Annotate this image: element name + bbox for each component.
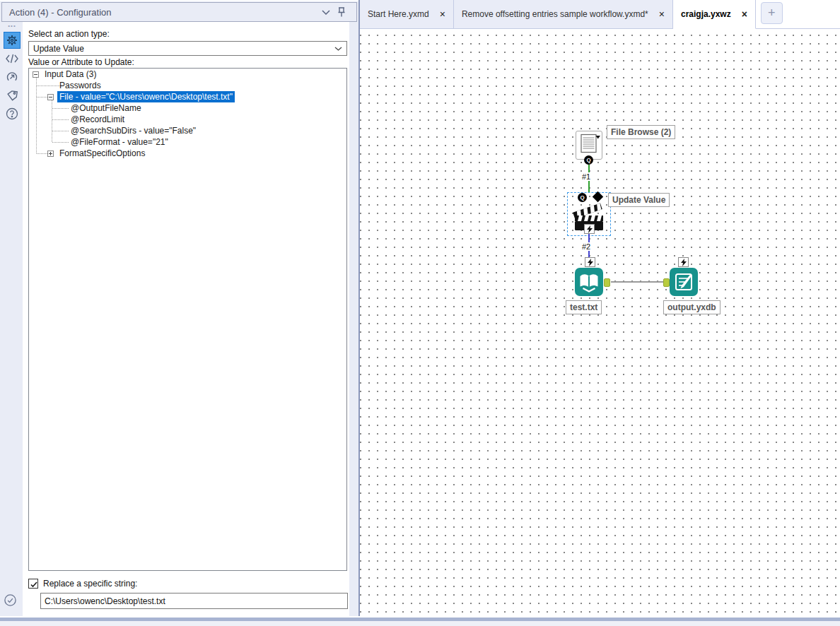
configuration-panel: Action (4) - Configuration ••• bbox=[0, 0, 358, 616]
tree-item[interactable]: FormatSpecificOptions bbox=[29, 148, 346, 159]
strip-handle-icon[interactable]: ••• bbox=[8, 23, 16, 30]
tree-item[interactable]: @RecordLimit bbox=[29, 114, 346, 125]
configuration-form: Select an action type: Update Value Valu… bbox=[23, 22, 349, 616]
tab-close-icon[interactable]: × bbox=[440, 9, 445, 19]
document-tab-bar: Start Here.yxmd × Remove offsetting entr… bbox=[360, 0, 840, 29]
panel-icon-strip: ••• bbox=[1, 23, 23, 616]
code-icon bbox=[6, 54, 18, 64]
action-type-dropdown[interactable]: Update Value bbox=[28, 41, 347, 56]
lightning-icon bbox=[681, 259, 687, 266]
workflow-area: Start Here.yxmd × Remove offsetting entr… bbox=[360, 0, 840, 616]
replace-string-row: Replace a specific string: bbox=[28, 579, 137, 589]
configuration-tab-icon[interactable] bbox=[4, 32, 21, 49]
pin-icon[interactable] bbox=[334, 4, 349, 20]
tree-item[interactable]: Passwords bbox=[29, 80, 346, 91]
connection-1-label: #1 bbox=[581, 172, 592, 181]
dropdown-chevron-icon bbox=[334, 47, 342, 51]
tab-close-icon[interactable]: × bbox=[742, 9, 747, 19]
tree-item[interactable]: Input Data (3) bbox=[29, 69, 346, 80]
input-annotation[interactable]: test.txt bbox=[566, 300, 602, 314]
panel-title: Action (4) - Configuration bbox=[9, 7, 318, 18]
alteryx-window: Action (4) - Configuration ••• bbox=[0, 0, 840, 626]
new-tab-button[interactable]: + bbox=[761, 2, 783, 24]
tab-close-icon[interactable]: × bbox=[659, 9, 665, 19]
replace-string-checkbox[interactable] bbox=[28, 579, 38, 589]
annotation-tab-icon[interactable] bbox=[4, 50, 21, 67]
runtime-tab-icon[interactable] bbox=[4, 69, 21, 85]
tree-item[interactable]: File - value="C:\Users\owenc\Desktop\tes… bbox=[29, 91, 346, 102]
output-annotation[interactable]: output.yxdb bbox=[663, 300, 721, 314]
input-anchor[interactable] bbox=[663, 278, 670, 287]
status-bar bbox=[0, 621, 840, 626]
action-input-anchor[interactable] bbox=[584, 224, 595, 234]
open-book-icon bbox=[575, 268, 603, 296]
replace-string-input[interactable]: C:\Users\owenc\Desktop\test.txt bbox=[40, 593, 348, 609]
write-file-icon bbox=[670, 268, 698, 296]
action-type-value: Update Value bbox=[33, 44, 334, 54]
output-data-tool[interactable] bbox=[670, 268, 698, 296]
tag-icon bbox=[6, 90, 18, 102]
tree-item[interactable]: @OutputFileName bbox=[29, 102, 346, 114]
tree-expander-icon[interactable] bbox=[47, 150, 54, 157]
document-tab[interactable]: Remove offsetting entries sample workflo… bbox=[454, 0, 673, 29]
input-data-tool[interactable] bbox=[575, 268, 603, 296]
checkmark-icon bbox=[30, 580, 38, 589]
update-value-annotation[interactable]: Update Value bbox=[608, 193, 670, 207]
document-tab[interactable]: craigja.yxwz × bbox=[673, 0, 756, 29]
replace-string-label: Replace a specific string: bbox=[43, 579, 137, 589]
tree-expander-icon[interactable] bbox=[33, 71, 39, 78]
refresh-circle-icon bbox=[6, 71, 18, 83]
apply-check-icon[interactable] bbox=[4, 593, 17, 610]
question-anchor[interactable]: Q bbox=[584, 155, 593, 165]
action-target-anchor[interactable] bbox=[678, 257, 689, 267]
file-browse-annotation[interactable]: File Browse (2) bbox=[607, 125, 675, 139]
connection-3-line[interactable] bbox=[611, 281, 664, 283]
output-anchor[interactable] bbox=[604, 278, 610, 287]
help-tab-icon[interactable] bbox=[4, 105, 21, 122]
tree-item[interactable]: @SearchSubDirs - value="False" bbox=[29, 125, 346, 136]
collapse-chevron-icon[interactable] bbox=[318, 4, 334, 20]
tag-tab-icon[interactable] bbox=[4, 87, 21, 104]
gear-icon bbox=[6, 35, 18, 46]
action-target-anchor[interactable] bbox=[585, 257, 595, 267]
attribute-tree: Input Data (3) Passwords File - value="C… bbox=[28, 68, 347, 571]
document-tab[interactable]: Start Here.yxmd × bbox=[360, 0, 454, 29]
tree-expander-icon[interactable] bbox=[47, 94, 54, 100]
connection-2-label: #2 bbox=[581, 242, 592, 251]
panel-top-strip bbox=[0, 0, 358, 1]
lightning-icon bbox=[588, 259, 593, 266]
configuration-panel-header: Action (4) - Configuration bbox=[1, 2, 357, 22]
question-icon bbox=[6, 107, 18, 120]
tree-item[interactable]: @FileFormat - value="21" bbox=[29, 136, 346, 148]
tree-label: Value or Attribute to Update: bbox=[28, 57, 134, 67]
workflow-canvas[interactable]: Q File Browse (2) #1 Q bbox=[360, 29, 840, 616]
action-type-label: Select an action type: bbox=[28, 29, 110, 39]
lightning-icon bbox=[587, 225, 593, 233]
